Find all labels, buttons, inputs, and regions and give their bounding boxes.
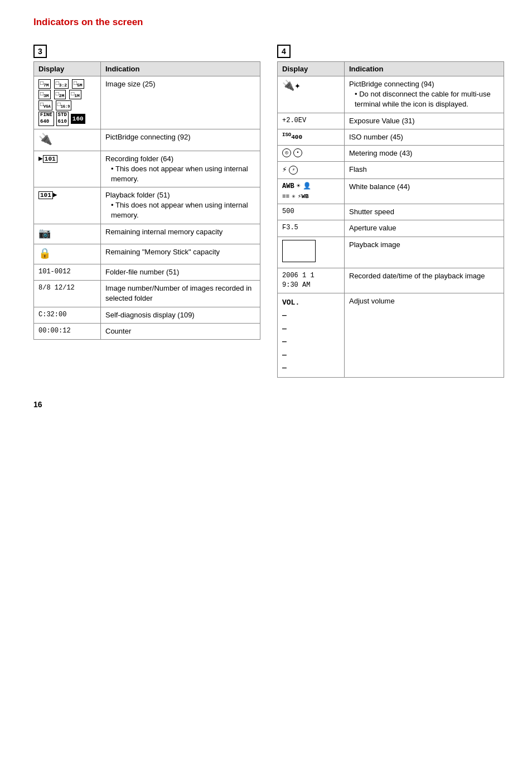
section4-col-indication: Indication <box>345 62 504 76</box>
wb-sun2-icon: ✳ <box>292 192 296 201</box>
display-camera-icon: 📷 <box>34 224 101 244</box>
section-4-table: Display Indication 🔌✦ PictBridge connect… <box>277 61 504 378</box>
table-row: 2006 1 1 9:30 AM Recorded date/time of t… <box>278 268 504 293</box>
image-num-text: 8/8 12/12 <box>38 284 75 292</box>
iso-text: ISO400 <box>282 134 302 141</box>
pictbridge-left-icon: 🔌 <box>38 133 52 146</box>
image-size-icons: □7M □3:2 □5M □3M □2M □1M □VGA <box>38 79 96 126</box>
fine-icon: FINE640 <box>38 112 54 126</box>
table-row: +2.0EV Exposure Value (31) <box>278 113 504 129</box>
datetime-text: 2006 1 1 9:30 AM <box>282 272 315 289</box>
table-row: 🔒 Remaining "Memory Stick" capacity <box>34 244 260 264</box>
2m-icon: □2M <box>54 90 66 99</box>
indication-shutter: Shutter speed <box>345 204 504 220</box>
display-exposure: +2.0EV <box>278 113 345 129</box>
recording-folder-bullet: This does not appear when using internal… <box>111 164 255 184</box>
16-9-icon: □16:9 <box>56 100 72 110</box>
section-4: 4 Display Indication 🔌✦ PictBridge conne… <box>277 45 504 378</box>
indication-wb: White balance (44) <box>345 179 504 204</box>
160-icon: 160 <box>71 114 85 124</box>
display-metering: ◎ • <box>278 146 345 162</box>
7m-icon: □7M <box>38 79 51 89</box>
table-row: 101▶ Playback folder (51) This does not … <box>34 187 260 224</box>
5m-icon: □5M <box>72 79 84 89</box>
table-row: F3.5 Aperture value <box>278 220 504 237</box>
metering-dot-icon: • <box>293 148 302 157</box>
table-row: 500 Shutter speed <box>278 204 504 220</box>
memstick-icon: 🔒 <box>38 248 51 259</box>
3-2m-icon: □3:2 <box>54 79 69 89</box>
indication-pictbridge-left: PictBridge connecting (92) <box>101 129 260 151</box>
page-title: Indicators on the screen <box>33 17 504 28</box>
playback-folder-icon: 101▶ <box>38 191 57 199</box>
table-row: 00:00:12 Counter <box>34 323 260 339</box>
display-wb: AWB ☀ 👤 ≡≡ ✳ ⚡WB <box>278 179 345 204</box>
table-row: 8/8 12/12 Image number/Number of images … <box>34 281 260 307</box>
table-row: ▶101 Recording folder (64) This does not… <box>34 151 260 187</box>
display-shutter: 500 <box>278 204 345 220</box>
flash-bolt-icon: ⚡ <box>282 165 287 176</box>
self-diag-text: C:32:00 <box>38 311 66 319</box>
indication-recording-folder: Recording folder (64) This does not appe… <box>101 151 260 187</box>
indication-datetime: Recorded date/time of the playback image <box>345 268 504 293</box>
table-row: AWB ☀ 👤 ≡≡ ✳ ⚡WB White balance (44) <box>278 179 504 204</box>
section-4-number: 4 <box>277 45 291 58</box>
display-aperture: F3.5 <box>278 220 345 237</box>
indication-pictbridge-right: PictBridge connecting (94) Do not discon… <box>345 76 504 113</box>
section-3-number: 3 <box>33 45 47 58</box>
wb-bars-icon: ≡≡ <box>282 192 289 201</box>
display-image-size: □7M □3:2 □5M □3M □2M □1M □VGA <box>34 76 101 129</box>
3m-icon: □3M <box>38 90 51 99</box>
vga-icon: □VGA <box>38 100 52 110</box>
section-3: 3 Display Indication □7M □3:2 □ <box>33 45 260 340</box>
display-folder-file-num: 101-0012 <box>34 264 101 281</box>
shutter-text: 500 <box>282 208 294 215</box>
display-pictbridge-right: 🔌✦ <box>278 76 345 113</box>
aperture-text: F3.5 <box>282 224 298 232</box>
pictbridge-right-bullet: Do not disconnect the cable for multi-us… <box>355 89 499 109</box>
counter-text: 00:00:12 <box>38 327 71 335</box>
table-row: 🔌 PictBridge connecting (92) <box>34 129 260 151</box>
table-row: ⚡ ⚡ Flash <box>278 162 504 179</box>
table-row: C:32:00 Self-diagnosis display (109) <box>34 307 260 323</box>
section-3-table: Display Indication □7M □3:2 □5M <box>33 61 260 340</box>
camera-icon: 📷 <box>38 228 51 239</box>
1m-icon: □1M <box>69 90 81 99</box>
pictbridge-right-icon: 🔌✦ <box>282 80 301 91</box>
std-icon: STD610 <box>56 112 69 126</box>
display-image-num: 8/8 12/12 <box>34 281 101 307</box>
table-row: 🔌✦ PictBridge connecting (94) Do not dis… <box>278 76 504 113</box>
table-row: ◎ • Metering mode (43) <box>278 146 504 162</box>
wb-sun-icon: ☀ <box>297 182 301 191</box>
playback-folder-bullet: This does not appear when using internal… <box>111 200 255 220</box>
indication-counter: Counter <box>101 323 260 339</box>
metering-circle-icon: ◎ <box>282 148 291 157</box>
display-vol: VOL.————— <box>278 293 345 377</box>
indication-iso: ISO number (45) <box>345 129 504 145</box>
display-self-diag: C:32:00 <box>34 307 101 323</box>
flash-circle-icon: ⚡ <box>289 166 298 175</box>
wb-icons-group: AWB ☀ 👤 ≡≡ ✳ ⚡WB <box>282 182 340 201</box>
section4-col-display: Display <box>278 62 345 76</box>
display-memstick-icon: 🔒 <box>34 244 101 264</box>
flash-icons-group: ⚡ ⚡ <box>282 165 340 176</box>
wb-text: ⚡WB <box>298 192 309 201</box>
indication-flash: Flash <box>345 162 504 179</box>
indication-playback-folder: Playback folder (51) This does not appea… <box>101 187 260 224</box>
indication-internal-memory: Remaining internal memory capacity <box>101 224 260 244</box>
indication-vol: Adjust volume <box>345 293 504 377</box>
page-number: 16 <box>33 400 504 409</box>
recording-folder-icon: ▶101 <box>38 155 57 163</box>
indication-memstick: Remaining "Memory Stick" capacity <box>101 244 260 264</box>
indication-exposure: Exposure Value (31) <box>345 113 504 129</box>
table-row: 📷 Remaining internal memory capacity <box>34 224 260 244</box>
exposure-text: +2.0EV <box>282 117 306 124</box>
section3-col-display: Display <box>34 62 101 76</box>
section3-col-indication: Indication <box>101 62 260 76</box>
display-flash: ⚡ ⚡ <box>278 162 345 179</box>
indication-image-num: Image number/Number of images recorded i… <box>101 281 260 307</box>
table-row: ISO400 ISO number (45) <box>278 129 504 145</box>
vol-display: VOL.————— <box>282 296 340 374</box>
display-recording-folder: ▶101 <box>34 151 101 187</box>
wb-row-2: ≡≡ ✳ ⚡WB <box>282 192 340 201</box>
